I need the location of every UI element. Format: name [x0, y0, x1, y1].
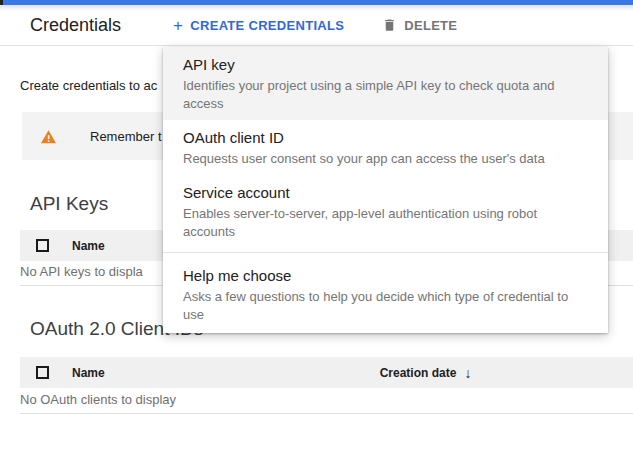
menu-item-title: OAuth client ID [183, 128, 588, 148]
api-keys-heading: API Keys [30, 193, 108, 215]
menu-item-oauth-client-id[interactable]: OAuth client ID Requests user consent so… [163, 120, 608, 175]
menu-item-help-me-choose[interactable]: Help me choose Asks a few questions to h… [163, 258, 608, 331]
api-keys-select-all-checkbox[interactable] [36, 239, 49, 252]
menu-item-title: Help me choose [183, 266, 588, 286]
credentials-page: Credentials + CREATE CREDENTIALS DELETE … [0, 0, 633, 449]
oauth-table-header: Name Creation date ↓ [20, 357, 633, 388]
create-credentials-button[interactable]: + CREATE CREDENTIALS [173, 18, 344, 33]
menu-item-api-key[interactable]: API key Identifies your project using a … [163, 47, 608, 120]
menu-item-title: API key [183, 55, 588, 75]
delete-label: DELETE [404, 18, 457, 33]
warning-text: Remember t [90, 129, 162, 144]
intro-text: Create credentials to ac [20, 78, 157, 93]
page-header: Credentials + CREATE CREDENTIALS DELETE [0, 5, 633, 46]
menu-item-description: Identifies your project using a simple A… [183, 77, 588, 113]
oauth-creation-date-column-header[interactable]: Creation date ↓ [380, 365, 472, 381]
page-title: Credentials [30, 15, 121, 36]
trash-icon [382, 17, 397, 33]
plus-icon: + [173, 19, 183, 32]
create-credentials-label: CREATE CREDENTIALS [190, 18, 344, 33]
delete-button[interactable]: DELETE [382, 17, 457, 33]
sort-descending-icon: ↓ [464, 365, 471, 381]
menu-item-description: Enables server-to-server, app-level auth… [183, 205, 588, 241]
oauth-select-all-checkbox[interactable] [36, 366, 49, 379]
menu-item-description: Requests user consent so your app can ac… [183, 150, 588, 168]
menu-item-title: Service account [183, 183, 588, 203]
creation-date-label: Creation date [380, 366, 457, 380]
menu-item-description: Asks a few questions to help you decide … [183, 288, 588, 324]
api-keys-name-column-header: Name [72, 239, 105, 253]
create-credentials-dropdown: API key Identifies your project using a … [163, 47, 608, 333]
menu-item-service-account[interactable]: Service account Enables server-to-server… [163, 175, 608, 248]
oauth-empty-state: No OAuth clients to display [20, 392, 633, 414]
oauth-name-column-header: Name [72, 366, 105, 380]
warning-triangle-icon [40, 129, 57, 144]
menu-divider [163, 252, 608, 253]
